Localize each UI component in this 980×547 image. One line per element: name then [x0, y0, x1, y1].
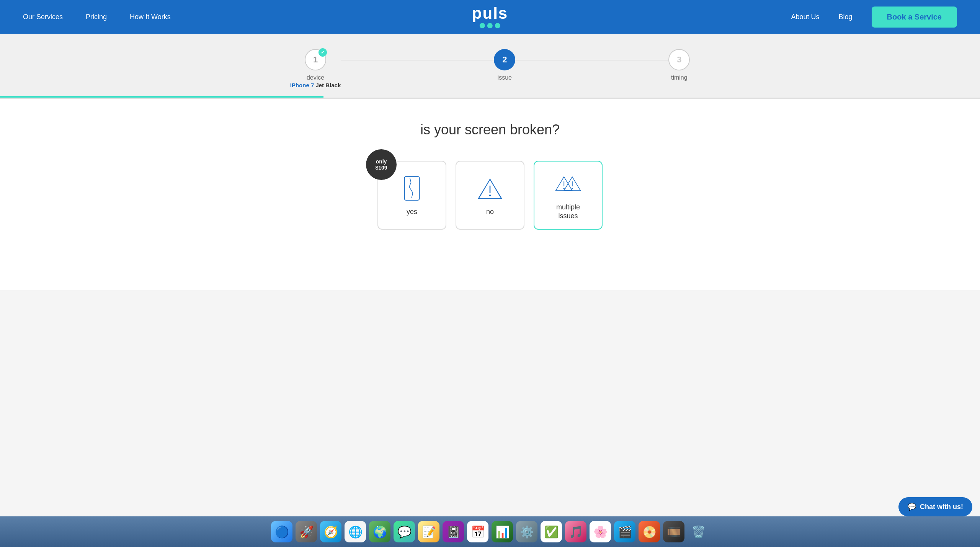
- nav-blog[interactable]: Blog: [839, 13, 853, 21]
- navbar: Our Services Pricing How It Works puls A…: [0, 0, 980, 34]
- progress-section: 1 ✓ device iPhone 7 Jet Black 2 issue 3 …: [0, 34, 980, 99]
- svg-point-7: [489, 194, 491, 196]
- nav-pricing[interactable]: Pricing: [86, 13, 107, 21]
- step-3-circle: 3: [668, 49, 690, 70]
- option-multiple-card[interactable]: multipleissues: [534, 161, 603, 230]
- step-1-device-highlight: iPhone 7: [290, 82, 314, 88]
- step-1: 1 ✓ device iPhone 7 Jet Black: [290, 49, 341, 88]
- book-service-button[interactable]: Book a Service: [872, 7, 957, 28]
- options-row: only $109 yes no: [377, 161, 603, 230]
- logo-dots: [480, 23, 500, 28]
- svg-line-4: [412, 193, 413, 198]
- double-warning-icon: [555, 170, 581, 197]
- logo-container: puls: [472, 5, 508, 28]
- option-multiple-label: multipleissues: [556, 203, 580, 221]
- step-3: 3 timing: [668, 49, 690, 81]
- nav-our-services[interactable]: Our Services: [23, 13, 63, 21]
- option-no-label: no: [486, 208, 494, 216]
- step-2-label: issue: [498, 74, 512, 81]
- nav-right: About Us Blog Book a Service: [791, 7, 957, 28]
- nav-left: Our Services Pricing How It Works: [23, 13, 171, 21]
- cracked-phone-icon: [399, 175, 425, 202]
- nav-how-it-works[interactable]: How It Works: [130, 13, 171, 21]
- warning-triangle-icon: [477, 175, 503, 202]
- svg-line-3: [409, 187, 413, 193]
- step-2-circle: 2: [494, 49, 515, 70]
- price-badge-amount: $109: [375, 165, 387, 171]
- logo-dot-2: [487, 23, 493, 28]
- logo-text: puls: [472, 5, 508, 21]
- svg-point-10: [564, 188, 565, 189]
- connector-2-3: [515, 60, 668, 60]
- price-badge: only $109: [366, 149, 397, 180]
- steps-container: 1 ✓ device iPhone 7 Jet Black 2 issue 3 …: [0, 45, 980, 96]
- nav-about-us[interactable]: About Us: [791, 13, 820, 21]
- logo-dot-1: [480, 23, 485, 28]
- svg-line-1: [410, 178, 411, 182]
- teal-progress-bar: [0, 96, 980, 98]
- svg-point-13: [572, 188, 573, 189]
- step-2: 2 issue: [494, 49, 515, 81]
- question-title: is your screen broken?: [420, 122, 560, 138]
- step-1-number: 1: [313, 55, 318, 65]
- step-3-number: 3: [677, 55, 681, 65]
- step-2-number: 2: [502, 55, 507, 65]
- connector-1-2: [341, 60, 494, 60]
- step-1-label: device: [307, 74, 324, 81]
- logo-dot-3: [495, 23, 500, 28]
- main-content: is your screen broken? only $109 yes: [0, 99, 980, 290]
- step-1-circle: 1 ✓: [305, 49, 326, 70]
- price-badge-only: only: [376, 158, 387, 165]
- option-no-card[interactable]: no: [456, 161, 524, 230]
- step-1-device-normal: Jet Black: [314, 82, 341, 88]
- step-1-sublabel: iPhone 7 Jet Black: [290, 82, 341, 88]
- step-3-label: timing: [671, 74, 688, 81]
- option-yes-label: yes: [407, 208, 417, 216]
- svg-line-2: [409, 182, 411, 187]
- step-1-check: ✓: [318, 48, 327, 57]
